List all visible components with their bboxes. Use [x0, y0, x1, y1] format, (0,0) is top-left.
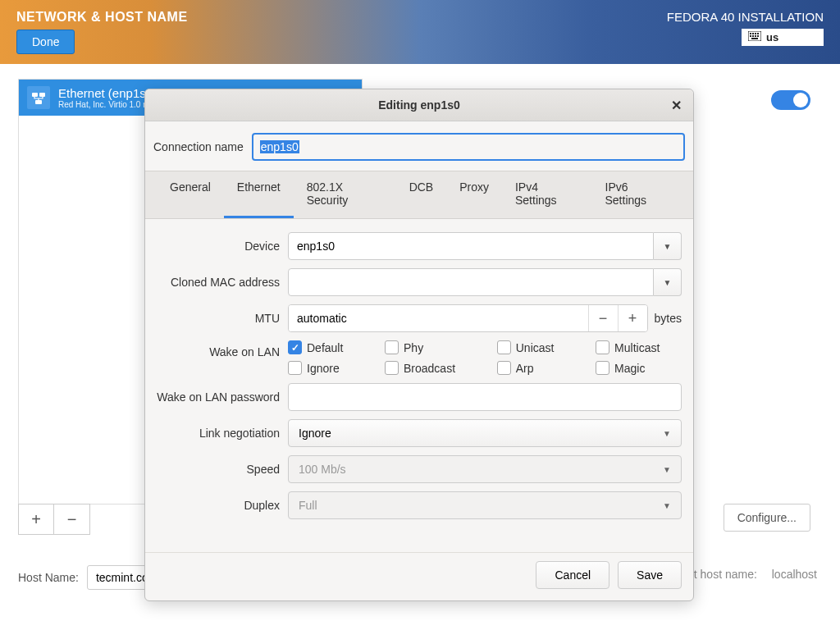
add-connection-button[interactable]: + [18, 504, 54, 535]
wol-password-input[interactable] [288, 383, 682, 411]
keyboard-layout-text: us [766, 31, 778, 43]
cloned-mac-input[interactable] [288, 268, 654, 296]
keyboard-layout-indicator[interactable]: us [742, 29, 824, 46]
svg-rect-10 [32, 93, 38, 97]
checkbox-icon [385, 361, 399, 375]
device-combo: ▼ [288, 232, 682, 260]
checkbox-icon [497, 340, 511, 354]
svg-rect-8 [757, 35, 759, 37]
minus-icon: − [67, 510, 77, 529]
mtu-decrement-button[interactable]: − [588, 305, 618, 331]
duplex-select[interactable]: Full ▼ [288, 491, 682, 519]
svg-rect-11 [39, 93, 45, 97]
checkbox-icon [497, 361, 511, 375]
connection-name-selected-text: enp1s0 [260, 140, 299, 153]
tab-ipv4-settings[interactable]: IPv4 Settings [502, 171, 592, 218]
link-negotiation-select[interactable]: Ignore ▼ [288, 419, 682, 447]
wol-password-label: Wake on LAN password [157, 390, 280, 404]
connection-toggle[interactable] [771, 90, 810, 110]
wol-magic-checkbox[interactable]: Magic [596, 361, 682, 375]
edit-connection-dialog: Editing enp1s0 ✕ Connection name enp1s0 … [144, 89, 694, 601]
close-icon[interactable]: ✕ [671, 98, 682, 113]
tab-8021x-security[interactable]: 802.1X Security [294, 171, 396, 218]
wol-unicast-label: Unicast [516, 341, 555, 354]
speed-row: Speed 100 Mb/s ▼ [157, 455, 682, 483]
remove-connection-button[interactable]: − [54, 504, 90, 535]
configure-button[interactable]: Configure... [724, 504, 810, 532]
wol-multicast-checkbox[interactable]: Multicast [596, 340, 682, 354]
wol-multicast-label: Multicast [614, 341, 660, 354]
mtu-input[interactable] [289, 305, 588, 331]
tab-ethernet[interactable]: Ethernet [224, 171, 294, 218]
wol-phy-checkbox[interactable]: Phy [385, 340, 477, 354]
wol-arp-checkbox[interactable]: Arp [497, 361, 576, 375]
checkbox-checked-icon: ✓ [288, 340, 302, 354]
save-button[interactable]: Save [618, 561, 682, 589]
tab-general[interactable]: General [157, 171, 224, 218]
duplex-row: Duplex Full ▼ [157, 491, 682, 519]
mtu-unit: bytes [655, 312, 682, 325]
tab-ipv6-settings[interactable]: IPv6 Settings [592, 171, 682, 218]
device-row: Device ▼ [157, 232, 682, 260]
cloned-mac-dropdown-button[interactable]: ▼ [654, 268, 682, 296]
svg-rect-3 [755, 33, 756, 34]
cloned-mac-row: Cloned MAC address ▼ [157, 268, 682, 296]
list-button-row: + − [18, 504, 90, 535]
mtu-row: MTU − + bytes [157, 304, 682, 332]
checkbox-icon [288, 361, 302, 375]
cancel-button[interactable]: Cancel [536, 561, 609, 589]
checkbox-icon [596, 361, 609, 375]
device-label: Device [157, 240, 280, 253]
header-right: FEDORA 40 INSTALLATION us [667, 10, 824, 57]
wol-broadcast-label: Broadcast [404, 362, 455, 375]
mtu-label: MTU [157, 312, 280, 325]
svg-rect-12 [35, 100, 42, 104]
tab-proxy[interactable]: Proxy [446, 171, 502, 218]
wol-unicast-checkbox[interactable]: Unicast [497, 340, 576, 354]
current-hostname-value: localhost [772, 568, 817, 581]
svg-rect-4 [757, 33, 759, 34]
cloned-mac-combo: ▼ [288, 268, 682, 296]
duplex-value: Full [299, 499, 317, 512]
svg-rect-1 [750, 33, 751, 34]
ethernet-form: Device ▼ Cloned MAC address ▼ MTU − + [145, 219, 693, 552]
svg-rect-2 [752, 33, 754, 34]
cloned-mac-label: Cloned MAC address [157, 276, 280, 289]
installer-header: NETWORK & HOST NAME Done FEDORA 40 INSTA… [0, 0, 840, 64]
connection-item-title: Ethernet (enp1s0) [58, 86, 157, 100]
link-negotiation-value: Ignore [299, 427, 331, 440]
duplex-label: Duplex [157, 499, 280, 512]
dialog-titlebar[interactable]: Editing enp1s0 ✕ [145, 89, 693, 121]
link-negotiation-label: Link negotiation [157, 427, 280, 440]
wol-password-row: Wake on LAN password [157, 383, 682, 411]
chevron-down-icon: ▼ [663, 429, 671, 438]
link-negotiation-row: Link negotiation Ignore ▼ [157, 419, 682, 447]
mtu-spinner: − + [288, 304, 648, 332]
chevron-down-icon: ▼ [664, 242, 672, 251]
chevron-down-icon: ▼ [663, 501, 671, 510]
tab-dcb[interactable]: DCB [396, 171, 447, 218]
connection-name-row: Connection name enp1s0 [145, 121, 693, 171]
mtu-wrap: − + bytes [288, 304, 682, 332]
svg-rect-5 [750, 35, 751, 37]
plus-icon: + [31, 510, 41, 529]
wol-phy-label: Phy [404, 341, 423, 354]
header-left: NETWORK & HOST NAME Done [16, 10, 188, 57]
device-dropdown-button[interactable]: ▼ [654, 232, 682, 260]
wol-default-checkbox[interactable]: ✓Default [288, 340, 365, 354]
device-input[interactable] [288, 232, 654, 260]
checkbox-icon [596, 340, 609, 354]
mtu-increment-button[interactable]: + [618, 305, 647, 331]
wake-on-lan-row: Wake on LAN ✓Default Phy Unicast Multica… [157, 340, 682, 375]
plus-icon: + [628, 310, 637, 327]
wol-arp-label: Arp [516, 362, 534, 375]
done-button[interactable]: Done [16, 30, 75, 54]
chevron-down-icon: ▼ [664, 278, 672, 287]
checkbox-icon [385, 340, 399, 354]
wol-ignore-checkbox[interactable]: Ignore [288, 361, 365, 375]
svg-rect-6 [752, 35, 754, 37]
wol-broadcast-checkbox[interactable]: Broadcast [385, 361, 477, 375]
install-title: FEDORA 40 INSTALLATION [667, 10, 824, 24]
connection-name-input[interactable]: enp1s0 [252, 133, 685, 161]
speed-select[interactable]: 100 Mb/s ▼ [288, 455, 682, 483]
